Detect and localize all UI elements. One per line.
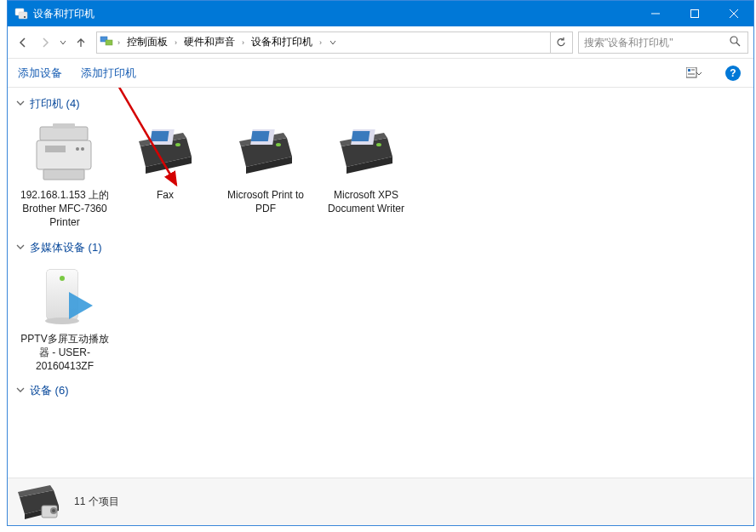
device-label: Microsoft Print to PDF [217,188,314,215]
group-header-devices[interactable]: 设备 (6) [14,378,747,403]
svg-point-20 [76,147,79,151]
device-item[interactable]: Fax [115,117,215,235]
svg-rect-30 [352,131,370,141]
svg-point-35 [45,317,79,324]
svg-point-34 [60,276,65,281]
window-frame: 设备和打印机 [7,0,754,526]
device-item[interactable]: Microsoft Print to PDF [215,117,316,235]
breadcrumb-item[interactable]: 控制面板 [123,33,171,51]
group-label: 多媒体设备 (1) [30,240,102,255]
chevron-down-icon [16,386,26,396]
add-printer-link[interactable]: 添加打印机 [81,66,136,81]
maximize-button[interactable] [675,1,714,26]
svg-point-38 [52,509,55,512]
svg-line-10 [736,43,740,46]
svg-rect-16 [40,127,88,140]
chevron-down-icon [16,243,26,253]
device-item[interactable]: PPTV多屏互动播放器 - USER-20160413ZF [14,260,115,379]
svg-rect-11 [686,67,696,77]
help-icon: ? [725,66,741,81]
svg-rect-22 [43,169,84,180]
back-button[interactable] [13,32,33,53]
device-label: Fax [157,188,174,202]
svg-point-25 [175,143,180,146]
svg-rect-12 [688,69,690,72]
refresh-button[interactable] [550,32,570,53]
view-options-button[interactable] [684,63,704,83]
svg-rect-27 [251,131,270,141]
help-button[interactable]: ? [723,63,743,83]
svg-rect-8 [106,40,112,45]
svg-point-9 [730,37,737,43]
chevron-right-icon[interactable]: › [316,38,325,47]
chevron-right-icon[interactable]: › [114,38,123,47]
mfp-printer-icon [28,122,101,185]
up-button[interactable] [71,32,91,53]
svg-point-21 [81,147,84,151]
breadcrumb-item[interactable]: 设备和打印机 [248,33,316,51]
svg-point-31 [376,143,381,146]
status-bar: 11 个项目 [8,478,753,525]
status-text: 11 个项目 [74,495,119,509]
status-icon [16,483,64,521]
printer-icon [229,122,302,185]
search-box[interactable] [578,31,748,54]
printer-icon [129,122,202,185]
device-label: PPTV多屏互动播放器 - USER-20160413ZF [16,332,113,374]
breadcrumb-item[interactable]: 硬件和声音 [180,33,238,51]
printers-grid: 192.168.1.153 上的 Brother MFC-7360 Printe… [14,117,747,235]
svg-rect-18 [37,140,91,169]
titlebar-app-icon [14,7,28,20]
chevron-down-icon [16,99,26,109]
content-area: 打印机 (4) 192.168.1.153 上的 Brother MFC-736… [8,88,753,478]
titlebar: 设备和打印机 [8,1,753,26]
breadcrumb-dropdown[interactable] [325,32,341,53]
svg-rect-4 [691,10,699,18]
printer-icon [329,122,403,185]
close-button[interactable] [714,1,753,26]
group-label: 设备 (6) [30,383,69,398]
chevron-right-icon[interactable]: › [171,38,180,47]
svg-rect-24 [151,131,169,141]
media-device-icon [28,266,101,329]
window-controls [636,1,753,26]
forward-button[interactable] [35,32,55,53]
minimize-button[interactable] [636,1,675,26]
svg-point-28 [276,143,281,146]
device-label: 192.168.1.153 上的 Brother MFC-7360 Printe… [16,188,113,230]
svg-rect-17 [53,123,75,129]
search-input[interactable] [582,36,726,49]
group-label: 打印机 (4) [30,96,80,112]
device-item[interactable]: Microsoft XPS Document Writer [316,117,416,235]
device-item[interactable]: 192.168.1.153 上的 Brother MFC-7360 Printe… [14,117,115,235]
svg-point-2 [24,16,26,18]
group-header-printers[interactable]: 打印机 (4) [14,91,747,117]
breadcrumb-root-icon [99,34,114,50]
breadcrumb[interactable]: › 控制面板 › 硬件和声音 › 设备和打印机 › [96,31,573,54]
device-label: Microsoft XPS Document Writer [318,188,415,215]
recent-dropdown[interactable] [57,32,69,53]
window-title: 设备和打印机 [33,7,636,21]
search-icon[interactable] [726,36,744,49]
svg-rect-19 [45,146,66,152]
command-bar: 添加设备 添加打印机 ? [8,59,753,88]
chevron-right-icon[interactable]: › [238,38,248,47]
svg-rect-1 [19,12,27,19]
group-header-multimedia[interactable]: 多媒体设备 (1) [14,235,747,260]
add-device-link[interactable]: 添加设备 [18,66,62,81]
nav-bar: › 控制面板 › 硬件和声音 › 设备和打印机 › [8,26,753,59]
multimedia-grid: PPTV多屏互动播放器 - USER-20160413ZF [14,260,747,379]
